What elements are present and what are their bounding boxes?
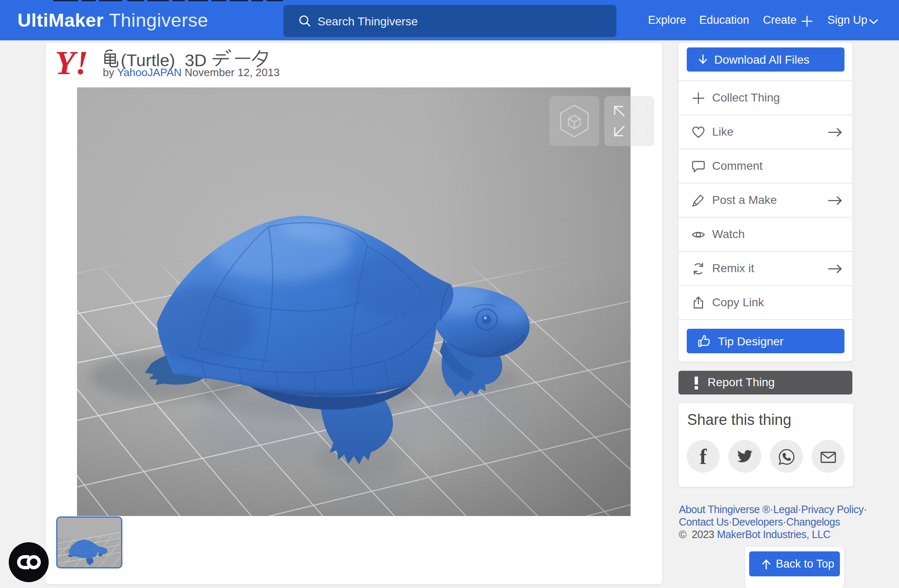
svg-text:(Turtle): (Turtle) <box>121 51 175 69</box>
svg-text:3D: 3D <box>185 51 206 69</box>
svg-text:Y!: Y! <box>55 48 88 81</box>
